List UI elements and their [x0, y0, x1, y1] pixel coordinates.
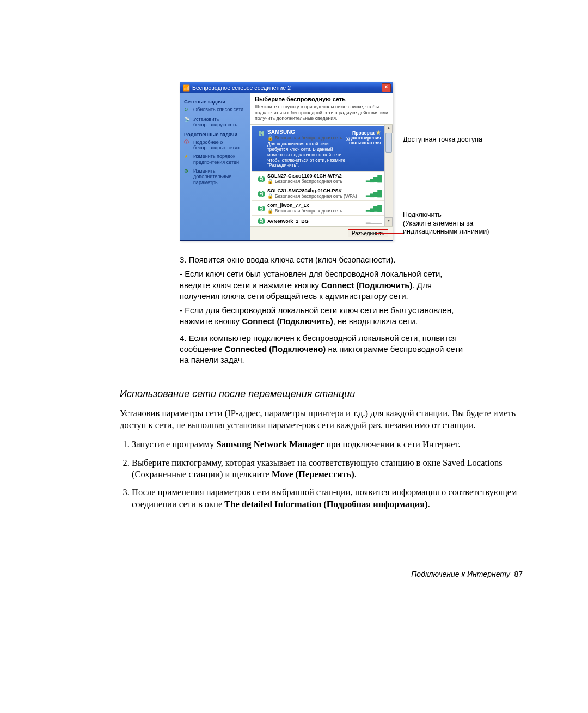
- scroll-up-icon[interactable]: ▴: [385, 125, 393, 133]
- network-message: Для подключения к этой сети требуется кл…: [267, 142, 346, 169]
- step-item-3: После применения параметров сети выбранн…: [132, 486, 523, 510]
- body-text-block-1: 3. Появится окно ввода ключа сети (ключ …: [180, 254, 468, 365]
- network-name: SOLN27-Cisco1100-01CH-WPA2: [267, 173, 366, 179]
- star-icon: ★: [184, 154, 191, 160]
- step-3-bullet-2: - Если для беспроводной локальной сети к…: [180, 305, 468, 327]
- network-item[interactable]: ((ǫ)) SOLN27-Cisco1100-01CH-WPA2 🔒Безопа…: [252, 172, 391, 186]
- signal-bars-icon: ▂▄▆█: [366, 175, 381, 182]
- status-badge: Проверка ★ удостоверения пользователя: [346, 129, 381, 146]
- main-subtext: Щелкните по пункту в приведенном ниже сп…: [255, 104, 388, 121]
- step-4: 4. Если компьютер подключен к беспроводн…: [180, 333, 468, 366]
- wifi-icon: ((ǫ)): [254, 205, 267, 212]
- network-name: AVNetwork_1_BG: [267, 218, 366, 224]
- annotation-access-point: Доступная точка доступа: [403, 136, 482, 144]
- network-name: com_jiwon_77_1x: [267, 203, 366, 208]
- sidebar-group-1: Сетевые задачи: [184, 99, 247, 105]
- sidebar: Сетевые задачи ↻ Обновить список сети 📡 …: [180, 93, 250, 240]
- network-name: SAMSUNG: [267, 129, 346, 135]
- lock-icon: 🔒: [267, 135, 273, 141]
- signal-bars-icon: ▂▄▆█: [366, 205, 381, 212]
- wifi-icon: ((ǫ)): [254, 217, 267, 224]
- scroll-down-icon[interactable]: ▾: [385, 217, 393, 226]
- sidebar-link-learn[interactable]: ⓘ Подробнее о беспроводных сетях: [184, 139, 247, 151]
- sidebar-link-refresh[interactable]: ↻ Обновить список сети: [184, 107, 247, 113]
- signal-bars-icon: ▂▁▁▁: [366, 217, 381, 224]
- wireless-dialog: 📶 Беспроводное сетевое соединение 2 × Се…: [180, 82, 393, 241]
- sidebar-group-2: Родственные задачи: [184, 131, 247, 137]
- section-heading: Использование сети после перемещения ста…: [120, 388, 523, 400]
- network-list: ▴ ▾ ((•)) SAMSUNG 🔒Безопасная беспроводн…: [250, 125, 393, 226]
- lock-icon: 🔒: [267, 179, 273, 184]
- main-heading: Выберите беспроводную сеть: [255, 96, 388, 102]
- network-item[interactable]: ((ǫ)) SOLG31-SMC2804bg-01CH-PSK 🔒Безопас…: [252, 186, 391, 201]
- step-3-bullet-1: - Если ключ сети был установлен для бесп…: [180, 269, 468, 302]
- network-name: SOLG31-SMC2804bg-01CH-PSK: [267, 188, 366, 193]
- wifi-icon: ((ǫ)): [254, 175, 267, 182]
- scroll-thumb[interactable]: [385, 133, 392, 153]
- gear-icon: ⚙: [184, 168, 191, 175]
- titlebar[interactable]: 📶 Беспроводное сетевое соединение 2 ×: [180, 82, 393, 93]
- sidebar-link-order[interactable]: ★ Изменить порядок предпочтения сетей: [184, 154, 247, 165]
- scrollbar[interactable]: ▴ ▾: [384, 125, 393, 226]
- antenna-icon: 📡: [184, 117, 191, 123]
- step-item-2: Выберите пиктограмму, которая указывает …: [132, 457, 523, 480]
- wifi-icon: ((•)): [254, 129, 267, 136]
- refresh-icon: ↻: [184, 107, 191, 113]
- section-intro: Установив параметры сети (IP-адрес, пара…: [120, 407, 523, 431]
- sidebar-link-advanced[interactable]: ⚙ Изменить дополнительные параметры: [184, 168, 247, 185]
- close-icon[interactable]: ×: [382, 83, 391, 92]
- network-item-selected[interactable]: ((•)) SAMSUNG 🔒Безопасная беспроводная с…: [252, 126, 391, 172]
- step-3-lead: 3. Появится окно ввода ключа сети (ключ …: [180, 254, 468, 265]
- signal-bars-icon: ▂▄▆█: [366, 190, 381, 197]
- info-icon: ⓘ: [184, 139, 191, 146]
- lock-icon: 🔒: [267, 193, 273, 199]
- wifi-icon: ((ǫ)): [254, 190, 267, 197]
- star-icon: ★: [376, 129, 381, 136]
- main-pane: Выберите беспроводную сеть Щелкните по п…: [250, 93, 393, 240]
- network-item[interactable]: ((ǫ)) AVNetwork_1_BG ▂▁▁▁: [252, 216, 391, 226]
- window-icon: 📶: [183, 84, 190, 92]
- annotation-connect: Подключить(Укажите элементы за индикацио…: [403, 211, 495, 236]
- sidebar-link-setup[interactable]: 📡 Установить беспроводную сеть: [184, 117, 247, 128]
- lock-icon: 🔒: [267, 208, 273, 214]
- network-item[interactable]: ((ǫ)) com_jiwon_77_1x 🔒Безопасная беспро…: [252, 201, 391, 216]
- step-item-1: Запустите программу Samsung Network Mana…: [132, 438, 523, 450]
- page-footer: Подключение к Интернету 87: [120, 570, 523, 578]
- window-title: Беспроводное сетевое соединение 2: [192, 84, 291, 91]
- steps-list: Запустите программу Samsung Network Mana…: [120, 438, 523, 510]
